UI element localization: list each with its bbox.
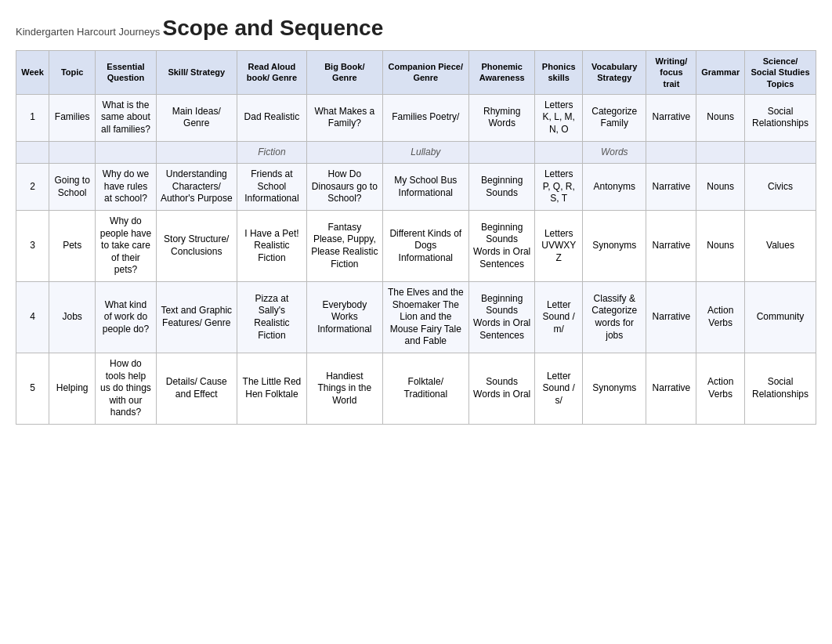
table-cell: Civics — [744, 164, 816, 211]
table-cell — [16, 141, 49, 164]
table-cell: Action Verbs — [696, 282, 745, 353]
table-cell: Social Relationships — [744, 94, 816, 141]
table-cell — [49, 141, 96, 164]
table-cell: Letter Sound / s/ — [535, 353, 583, 424]
table-cell: 2 — [16, 164, 49, 211]
table-cell: Nouns — [696, 164, 745, 211]
table-cell: The Little Red Hen Folktale — [237, 353, 306, 424]
col-week: Week — [16, 51, 49, 95]
table-cell: Folktale/ Traditional — [382, 353, 468, 424]
table-cell: Text and Graphic Features/ Genre — [156, 282, 237, 353]
col-phonemic: PhonemicAwareness — [468, 51, 535, 95]
table-cell: My School Bus Informational — [382, 164, 468, 211]
table-cell: Pets — [49, 211, 96, 282]
table-cell — [744, 141, 816, 164]
table-cell: Letters K, L, M, N, O — [535, 94, 583, 141]
table-cell: Nouns — [696, 94, 745, 141]
table-cell: Pizza at Sally's Realistic Fiction — [237, 282, 306, 353]
table-cell: Friends at School Informational — [237, 164, 306, 211]
page-title: Scope and Sequence — [163, 16, 384, 40]
col-phonics: Phonics skills — [535, 51, 583, 95]
col-writing: Writing/ focus trait — [646, 51, 696, 95]
col-read-aloud: Read Aloud book/ Genre — [237, 51, 306, 95]
table-cell: Why do people have to take care of their… — [96, 211, 156, 282]
table-cell: How Do Dinosaurs go to School? — [306, 164, 382, 211]
table-row: 4JobsWhat kind of work do people do?Text… — [16, 282, 816, 353]
table-cell: Families — [49, 94, 96, 141]
table-cell — [468, 141, 535, 164]
table-cell: 4 — [16, 282, 49, 353]
table-cell: Antonyms — [583, 164, 646, 211]
col-skill: Skill/ Strategy — [156, 51, 237, 95]
table-cell: Letter Sound / m/ — [535, 282, 583, 353]
scope-sequence-table: Week Topic Essential Question Skill/ Str… — [16, 50, 816, 425]
table-cell: Letters UVWXY Z — [535, 211, 583, 282]
table-body: 1FamiliesWhat is the same about all fami… — [16, 94, 816, 424]
table-cell: Action Verbs — [696, 353, 745, 424]
table-cell: Main Ideas/ Genre — [156, 94, 237, 141]
table-cell: Community — [744, 282, 816, 353]
table-cell: Beginning Sounds Words in Oral Sentences — [468, 211, 535, 282]
table-cell: Lullaby — [382, 141, 468, 164]
table-cell: Families Poetry/ — [382, 94, 468, 141]
table-cell: Narrative — [646, 282, 696, 353]
table-cell — [696, 141, 745, 164]
table-cell: Going to School — [49, 164, 96, 211]
table-cell: 5 — [16, 353, 49, 424]
col-science: Science/ Social Studies Topics — [744, 51, 816, 95]
table-cell: Classify & Categorize words for jobs — [583, 282, 646, 353]
table-cell: Beginning Sounds — [468, 164, 535, 211]
table-cell: Understanding Characters/ Author's Purpo… — [156, 164, 237, 211]
table-cell: Values — [744, 211, 816, 282]
table-row: 2Going to SchoolWhy do we have rules at … — [16, 164, 816, 211]
col-big-book: Big Book/ Genre — [306, 51, 382, 95]
table-row: 3PetsWhy do people have to take care of … — [16, 211, 816, 282]
table-cell: I Have a Pet! Realistic Fiction — [237, 211, 306, 282]
header-row: Week Topic Essential Question Skill/ Str… — [16, 51, 816, 95]
table-cell: How do tools help us do things with our … — [96, 353, 156, 424]
table-cell: Narrative — [646, 211, 696, 282]
table-cell: Story Structure/ Conclusions — [156, 211, 237, 282]
col-grammar: Grammar — [696, 51, 745, 95]
subtitle: Kindergarten Harcourt Journeys — [16, 26, 160, 38]
table-cell: What kind of work do people do? — [96, 282, 156, 353]
table-cell: Everybody Works Informational — [306, 282, 382, 353]
table-cell: Sounds Words in Oral — [468, 353, 535, 424]
page-header: Kindergarten Harcourt Journeys Scope and… — [16, 16, 816, 41]
table-cell: Handiest Things in the World — [306, 353, 382, 424]
col-vocab: Vocabulary Strategy — [583, 51, 646, 95]
table-cell — [646, 141, 696, 164]
table-cell: Rhyming Words — [468, 94, 535, 141]
table-header: Week Topic Essential Question Skill/ Str… — [16, 51, 816, 95]
col-essential: Essential Question — [96, 51, 156, 95]
col-topic: Topic — [49, 51, 96, 95]
table-cell: 3 — [16, 211, 49, 282]
table-cell: What Makes a Family? — [306, 94, 382, 141]
table-cell: Different Kinds of Dogs Informational — [382, 211, 468, 282]
table-cell: Narrative — [646, 353, 696, 424]
table-cell — [535, 141, 583, 164]
table-cell: Letters P, Q, R, S, T — [535, 164, 583, 211]
table-cell: Fiction — [237, 141, 306, 164]
table-cell: What is the same about all families? — [96, 94, 156, 141]
table-cell: Helping — [49, 353, 96, 424]
table-cell: The Elves and the Shoemaker The Lion and… — [382, 282, 468, 353]
table-cell — [306, 141, 382, 164]
table-cell: Why do we have rules at school? — [96, 164, 156, 211]
table-row: FictionLullabyWords — [16, 141, 816, 164]
table-cell: Words — [583, 141, 646, 164]
table-cell: Jobs — [49, 282, 96, 353]
table-row: 1FamiliesWhat is the same about all fami… — [16, 94, 816, 141]
table-cell: 1 — [16, 94, 49, 141]
table-cell: Nouns — [696, 211, 745, 282]
table-cell: Details/ Cause and Effect — [156, 353, 237, 424]
table-cell: Narrative — [646, 94, 696, 141]
table-cell: Categorize Family — [583, 94, 646, 141]
table-cell — [96, 141, 156, 164]
table-cell: Beginning Sounds Words in Oral Sentences — [468, 282, 535, 353]
table-cell: Dad Realistic — [237, 94, 306, 141]
table-cell: Synonyms — [583, 353, 646, 424]
table-cell: Synonyms — [583, 211, 646, 282]
col-companion: Companion Piece/ Genre — [382, 51, 468, 95]
table-cell: Fantasy Please, Puppy, Please Realistic … — [306, 211, 382, 282]
